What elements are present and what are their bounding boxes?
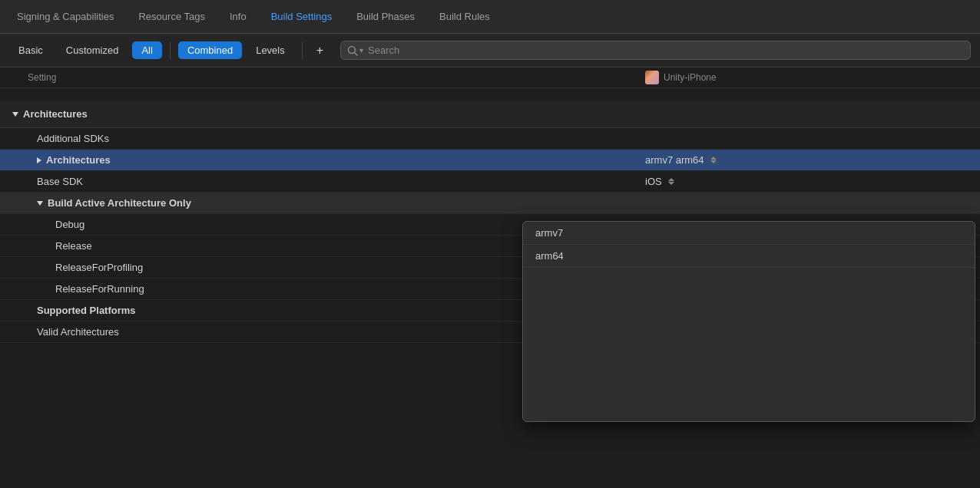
chevron-right-icon — [37, 157, 41, 163]
table-row[interactable]: Additional SDKs — [0, 128, 980, 150]
setting-name: Additional SDKs — [12, 133, 645, 144]
tab-build-rules[interactable]: Build Rules — [429, 6, 501, 27]
levels-button[interactable]: Levels — [247, 41, 294, 59]
svg-line-1 — [355, 52, 358, 55]
setting-value: armv7 arm64 — [645, 154, 968, 166]
toolbar: Basic Customized All Combined Levels + ▾ — [0, 34, 980, 68]
stepper-down-icon — [668, 182, 674, 185]
stepper[interactable] — [710, 157, 717, 163]
col-setting-header: Setting — [12, 72, 645, 83]
toolbar-divider-2 — [302, 42, 303, 59]
dropdown-item-armv7[interactable]: armv7 — [523, 222, 975, 245]
architecture-dropdown: armv7 arm64 — [522, 221, 975, 422]
add-button[interactable]: + — [310, 41, 329, 61]
toolbar-divider-1 — [170, 42, 171, 59]
table-row[interactable]: Build Active Architecture Only — [0, 193, 980, 214]
search-input[interactable] — [368, 45, 964, 56]
customized-button[interactable]: Customized — [57, 41, 128, 59]
table-row[interactable]: Base SDK iOS — [0, 171, 980, 193]
setting-name: Architectures — [12, 154, 645, 166]
col-project-name: Unity-iPhone — [664, 72, 717, 83]
tab-resource-tags[interactable]: Resource Tags — [127, 6, 215, 27]
dropdown-notch-inner — [747, 221, 757, 223]
tab-build-settings[interactable]: Build Settings — [260, 6, 343, 27]
tab-bar: Signing & Capabilities Resource Tags Inf… — [0, 0, 980, 34]
col-value-header: Unity-iPhone — [645, 71, 968, 84]
avatar-thumb — [645, 71, 659, 84]
tab-build-phases[interactable]: Build Phases — [346, 6, 425, 27]
all-button[interactable]: All — [132, 41, 161, 59]
chevron-down-icon — [12, 112, 18, 117]
section-title: Architectures — [23, 108, 88, 120]
stepper[interactable] — [668, 178, 674, 185]
combined-button[interactable]: Combined — [178, 41, 242, 59]
tab-info[interactable]: Info — [219, 6, 257, 27]
stepper-up-icon — [668, 178, 674, 181]
dropdown-item-arm64[interactable]: arm64 — [523, 245, 975, 268]
architectures-section-header[interactable]: Architectures — [0, 101, 980, 128]
chevron-down-icon — [37, 201, 43, 206]
basic-button[interactable]: Basic — [9, 41, 52, 59]
dropdown-empty-space — [523, 268, 975, 421]
tab-signing[interactable]: Signing & Capabilities — [6, 6, 124, 27]
search-container: ▾ — [340, 41, 971, 60]
stepper-up-icon — [710, 157, 717, 160]
setting-name: Build Active Architecture Only — [12, 197, 645, 209]
search-icon: ▾ — [347, 45, 363, 56]
table-row[interactable]: Architectures armv7 arm64 — [0, 150, 980, 171]
setting-value: iOS — [645, 176, 968, 187]
column-header-row: Setting Unity-iPhone — [0, 68, 980, 88]
stepper-down-icon — [710, 160, 717, 163]
setting-name: Base SDK — [12, 176, 645, 187]
main-content: Setting Unity-iPhone Architectures Addit… — [0, 68, 980, 488]
